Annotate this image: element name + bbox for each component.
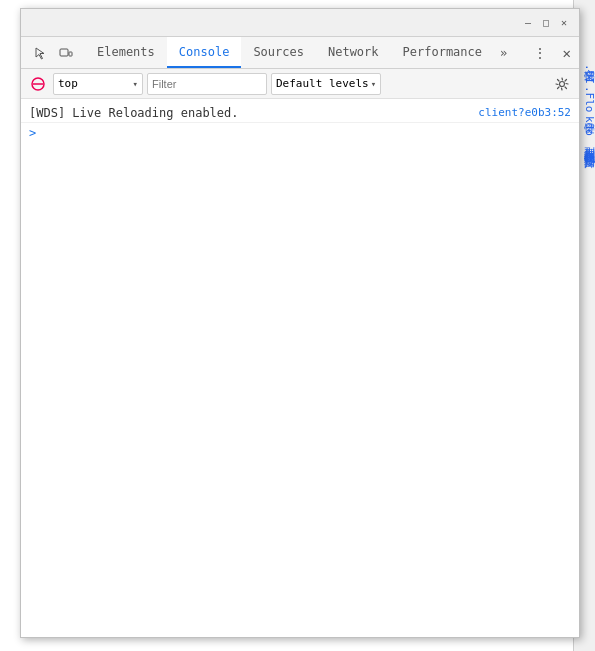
- cursor-icon: [33, 46, 47, 60]
- inspect-icon[interactable]: [29, 42, 51, 64]
- levels-arrow: ▾: [371, 79, 376, 89]
- tab-console[interactable]: Console: [167, 37, 242, 68]
- close-button[interactable]: ✕: [557, 16, 571, 30]
- tab-sources[interactable]: Sources: [241, 37, 316, 68]
- log-entry-wds: [WDS] Live Reloading enabled. client?e0b…: [21, 103, 579, 123]
- context-selector[interactable]: top ▾: [53, 73, 143, 95]
- maximize-button[interactable]: □: [539, 16, 553, 30]
- stop-icon: [31, 77, 45, 91]
- console-prompt: >: [21, 123, 579, 143]
- svg-rect-0: [60, 49, 68, 56]
- tab-more-button[interactable]: »: [494, 37, 513, 68]
- title-bar: – □ ✕: [21, 9, 579, 37]
- svg-rect-1: [69, 52, 72, 56]
- tab-network[interactable]: Network: [316, 37, 391, 68]
- devtools-menu-button[interactable]: ⋮: [525, 37, 555, 68]
- log-levels-selector[interactable]: Default levels ▾: [271, 73, 381, 95]
- console-toolbar: top ▾ Default levels ▾: [21, 69, 579, 99]
- device-icon[interactable]: [55, 42, 77, 64]
- devtools-close-button[interactable]: ✕: [555, 37, 579, 68]
- gear-icon: [555, 77, 569, 91]
- prompt-chevron-icon: >: [29, 126, 36, 140]
- log-message-text: [WDS] Live Reloading enabled.: [29, 106, 478, 120]
- devtools-window: – □ ✕ Elements Console Sou: [20, 8, 580, 638]
- filter-input[interactable]: [147, 73, 267, 95]
- tab-elements[interactable]: Elements: [85, 37, 167, 68]
- context-value: top: [58, 77, 78, 90]
- levels-label: Default levels: [276, 77, 369, 90]
- tab-bar: Elements Console Sources Network Perform…: [21, 37, 579, 69]
- console-output: [WDS] Live Reloading enabled. client?e0b…: [21, 99, 579, 635]
- context-arrow: ▾: [133, 79, 138, 89]
- svg-point-4: [560, 81, 565, 86]
- tab-performance[interactable]: Performance: [391, 37, 494, 68]
- minimize-button[interactable]: –: [521, 16, 535, 30]
- log-source-link[interactable]: client?e0b3:52: [478, 106, 571, 119]
- console-settings-button[interactable]: [551, 73, 573, 95]
- responsive-icon: [59, 46, 73, 60]
- clear-console-button[interactable]: [27, 73, 49, 95]
